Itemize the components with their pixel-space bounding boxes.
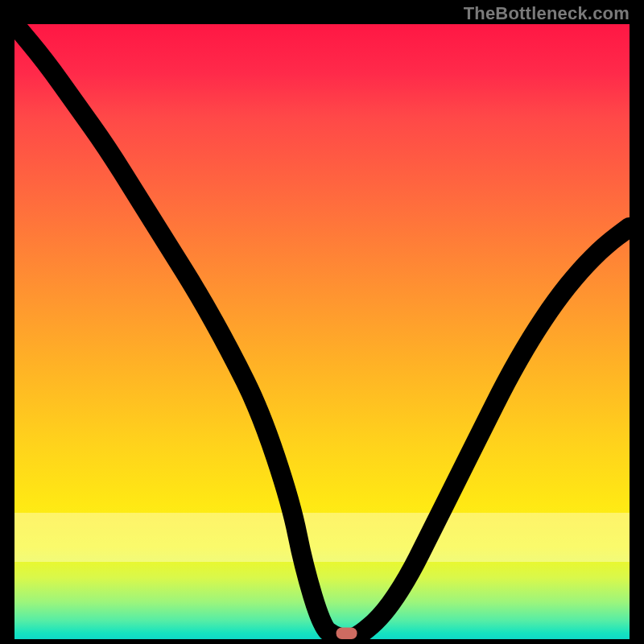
chart-container: TheBottleneck.com xyxy=(0,0,644,644)
optimal-marker xyxy=(336,627,357,639)
bottleneck-curve xyxy=(14,24,630,638)
plot-area xyxy=(14,24,630,639)
curve-svg xyxy=(14,24,630,639)
watermark-label: TheBottleneck.com xyxy=(464,3,630,24)
